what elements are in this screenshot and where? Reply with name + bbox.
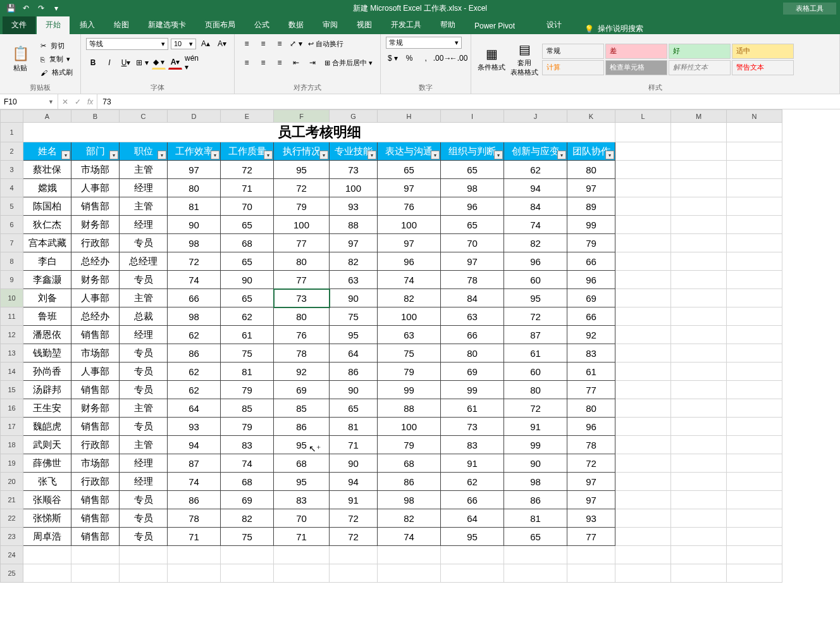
cell-C2[interactable]: 职位▾ [120, 142, 168, 161]
filter-icon[interactable]: ▾ [431, 151, 440, 159]
tab-draw[interactable]: 绘图 [105, 16, 138, 34]
cell-D13[interactable]: 86 [168, 344, 221, 363]
fill-color-button[interactable]: ◆ ▾ [152, 56, 166, 70]
cell-C9[interactable]: 专员 [120, 271, 168, 289]
cell-A21[interactable]: 张顺谷 [23, 491, 71, 509]
col-header-B[interactable]: B [71, 110, 120, 123]
cell-K3[interactable]: 80 [567, 161, 615, 179]
undo-icon[interactable]: ↶ [19, 1, 33, 15]
cell-M16[interactable] [671, 399, 727, 418]
cell-N19[interactable] [727, 454, 782, 473]
cell-M12[interactable] [671, 326, 727, 344]
cell-H6[interactable]: 100 [378, 216, 441, 234]
tab-file[interactable]: 文件 [3, 16, 35, 34]
cell-D8[interactable]: 72 [168, 252, 221, 271]
row-header-4[interactable]: 4 [1, 179, 23, 197]
cell-E8[interactable]: 65 [221, 252, 274, 271]
cell-H10[interactable]: 82 [378, 289, 441, 307]
cell-J12[interactable]: 87 [504, 326, 567, 344]
cell-D7[interactable]: 98 [168, 234, 221, 252]
cell-K23[interactable]: 77 [567, 528, 615, 546]
cell-F21[interactable]: 83 [274, 491, 330, 509]
cell-G15[interactable]: 90 [330, 381, 378, 399]
save-icon[interactable]: 💾 [4, 1, 18, 15]
cell-D14[interactable]: 62 [168, 363, 221, 381]
cell-B10[interactable]: 人事部 [71, 289, 120, 307]
cell-J18[interactable]: 99 [504, 436, 567, 454]
cell-N7[interactable] [727, 234, 782, 252]
cell-D22[interactable]: 78 [168, 509, 221, 528]
cell-F5[interactable]: 79 [274, 197, 330, 216]
col-header-K[interactable]: K [567, 110, 615, 123]
row-header-15[interactable]: 15 [1, 381, 23, 399]
cell-N9[interactable] [727, 271, 782, 289]
cell-E6[interactable]: 65 [221, 216, 274, 234]
row-header-16[interactable]: 16 [1, 399, 23, 418]
cell-F2[interactable]: 执行情况▾ [274, 142, 330, 161]
cell-N8[interactable] [727, 252, 782, 271]
cell-F11[interactable]: 80 [274, 307, 330, 326]
cell-E18[interactable]: 83 [221, 436, 274, 454]
cell-N21[interactable] [727, 491, 782, 509]
cell-L14[interactable] [615, 363, 671, 381]
cell-L15[interactable] [615, 381, 671, 399]
cell-I25[interactable] [441, 564, 504, 583]
cell-J15[interactable]: 80 [504, 381, 567, 399]
cell-I17[interactable]: 73 [441, 418, 504, 436]
cell-D15[interactable]: 62 [168, 381, 221, 399]
cell-C17[interactable]: 专员 [120, 418, 168, 436]
cell-J17[interactable]: 91 [504, 418, 567, 436]
cell-J6[interactable]: 74 [504, 216, 567, 234]
cell-C16[interactable]: 主管 [120, 399, 168, 418]
cell-J5[interactable]: 84 [504, 197, 567, 216]
cell-L22[interactable] [615, 509, 671, 528]
cell-C19[interactable]: 经理 [120, 454, 168, 473]
cell-D23[interactable]: 71 [168, 528, 221, 546]
cell-L24[interactable] [615, 546, 671, 564]
cell-M23[interactable] [671, 528, 727, 546]
font-color-button[interactable]: A ▾ [168, 56, 182, 70]
cell-N6[interactable] [727, 216, 782, 234]
spreadsheet-grid[interactable]: ABCDEFGHIJKLMN1员工考核明细2姓名▾部门▾职位▾工作效率▾工作质量… [0, 109, 840, 620]
cell-M5[interactable] [671, 197, 727, 216]
cell-K22[interactable]: 93 [567, 509, 615, 528]
cell-N25[interactable] [727, 564, 782, 583]
cell-I15[interactable]: 99 [441, 381, 504, 399]
cell-A1[interactable]: 员工考核明细 [23, 123, 615, 142]
cell-E17[interactable]: 79 [221, 418, 274, 436]
formula-input[interactable]: 73 [97, 94, 840, 109]
cell-I18[interactable]: 83 [441, 436, 504, 454]
cell-G24[interactable] [330, 546, 378, 564]
style-check[interactable]: 检查单元格 [605, 60, 667, 75]
cell-B6[interactable]: 财务部 [71, 216, 120, 234]
col-header-D[interactable]: D [168, 110, 221, 123]
cell-A3[interactable]: 蔡壮保 [23, 161, 71, 179]
name-box[interactable]: F10 ▼ [0, 94, 58, 109]
cell-K12[interactable]: 92 [567, 326, 615, 344]
cell-I23[interactable]: 95 [441, 528, 504, 546]
tab-review[interactable]: 审阅 [314, 16, 347, 34]
cell-K8[interactable]: 66 [567, 252, 615, 271]
style-explain[interactable]: 解释性文本 [669, 60, 731, 75]
align-middle-icon[interactable]: ≡ [256, 37, 270, 51]
cell-K24[interactable] [567, 546, 615, 564]
cell-N5[interactable] [727, 197, 782, 216]
cell-M14[interactable] [671, 363, 727, 381]
col-header-I[interactable]: I [441, 110, 504, 123]
cell-B19[interactable]: 市场部 [71, 454, 120, 473]
cell-J21[interactable]: 86 [504, 491, 567, 509]
qat-more-icon[interactable]: ▾ [49, 1, 63, 15]
cell-F6[interactable]: 100 [274, 216, 330, 234]
cell-H5[interactable]: 76 [378, 197, 441, 216]
row-header-11[interactable]: 11 [1, 307, 23, 326]
cell-M3[interactable] [671, 161, 727, 179]
cell-E14[interactable]: 81 [221, 363, 274, 381]
cell-I6[interactable]: 65 [441, 216, 504, 234]
cell-G17[interactable]: 81 [330, 418, 378, 436]
phonetic-button[interactable]: wén ▾ [185, 56, 199, 70]
indent-inc-icon[interactable]: ⇥ [306, 56, 319, 70]
cell-L23[interactable] [615, 528, 671, 546]
row-header-17[interactable]: 17 [1, 418, 23, 436]
cell-C18[interactable]: 主管 [120, 436, 168, 454]
cell-K17[interactable]: 96 [567, 418, 615, 436]
